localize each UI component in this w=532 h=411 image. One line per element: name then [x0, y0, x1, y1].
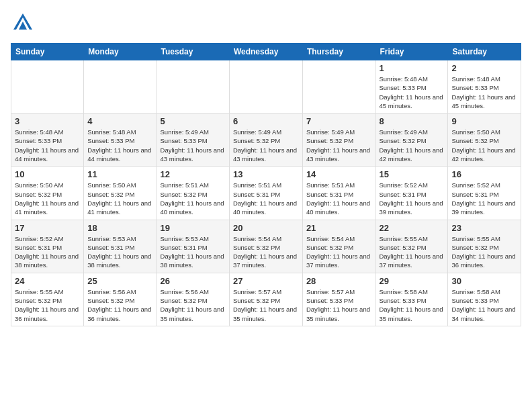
- day-info: Sunrise: 5:56 AM Sunset: 5:32 PM Dayligh…: [161, 287, 226, 323]
- week-row-5: 24Sunrise: 5:55 AM Sunset: 5:32 PM Dayli…: [11, 273, 521, 326]
- logo-icon: [11, 11, 35, 35]
- day-number: 1: [379, 63, 444, 73]
- day-number: 13: [233, 169, 299, 179]
- day-number: 26: [161, 276, 226, 286]
- day-info: Sunrise: 5:51 AM Sunset: 5:31 PM Dayligh…: [233, 181, 299, 216]
- day-cell: 10Sunrise: 5:50 AM Sunset: 5:32 PM Dayli…: [11, 167, 84, 220]
- day-info: Sunrise: 5:52 AM Sunset: 5:31 PM Dayligh…: [15, 234, 80, 270]
- day-info: Sunrise: 5:50 AM Sunset: 5:32 PM Dayligh…: [87, 181, 152, 216]
- day-info: Sunrise: 5:58 AM Sunset: 5:33 PM Dayligh…: [451, 287, 517, 323]
- page-header: [11, 11, 521, 35]
- day-cell: 9Sunrise: 5:50 AM Sunset: 5:32 PM Daylig…: [448, 113, 521, 167]
- day-number: 9: [451, 116, 517, 126]
- day-cell: 16Sunrise: 5:52 AM Sunset: 5:31 PM Dayli…: [448, 167, 521, 220]
- weekday-header-friday: Friday: [375, 44, 448, 60]
- day-number: 16: [451, 169, 517, 179]
- week-row-1: 1Sunrise: 5:48 AM Sunset: 5:33 PM Daylig…: [11, 60, 521, 113]
- day-cell: [157, 60, 229, 113]
- day-cell: 11Sunrise: 5:50 AM Sunset: 5:32 PM Dayli…: [84, 167, 157, 220]
- day-number: 4: [87, 116, 152, 126]
- week-row-4: 17Sunrise: 5:52 AM Sunset: 5:31 PM Dayli…: [11, 220, 521, 273]
- day-cell: 29Sunrise: 5:58 AM Sunset: 5:33 PM Dayli…: [375, 273, 448, 326]
- day-number: 27: [233, 276, 299, 286]
- day-number: 12: [161, 169, 226, 179]
- day-cell: [229, 60, 302, 113]
- day-cell: 27Sunrise: 5:57 AM Sunset: 5:32 PM Dayli…: [229, 273, 302, 326]
- day-cell: 15Sunrise: 5:52 AM Sunset: 5:31 PM Dayli…: [375, 167, 448, 220]
- day-info: Sunrise: 5:50 AM Sunset: 5:32 PM Dayligh…: [15, 181, 80, 216]
- day-info: Sunrise: 5:55 AM Sunset: 5:32 PM Dayligh…: [15, 287, 80, 323]
- weekday-header-tuesday: Tuesday: [157, 44, 229, 60]
- day-info: Sunrise: 5:58 AM Sunset: 5:33 PM Dayligh…: [379, 287, 444, 323]
- day-number: 15: [379, 169, 444, 179]
- day-cell: 24Sunrise: 5:55 AM Sunset: 5:32 PM Dayli…: [11, 273, 84, 326]
- weekday-header-sunday: Sunday: [11, 44, 84, 60]
- day-info: Sunrise: 5:49 AM Sunset: 5:32 PM Dayligh…: [379, 128, 444, 163]
- day-cell: 4Sunrise: 5:48 AM Sunset: 5:33 PM Daylig…: [84, 113, 157, 167]
- day-info: Sunrise: 5:54 AM Sunset: 5:32 PM Dayligh…: [233, 234, 299, 270]
- day-cell: 7Sunrise: 5:49 AM Sunset: 5:32 PM Daylig…: [302, 113, 375, 167]
- day-number: 19: [161, 223, 226, 233]
- day-number: 7: [306, 116, 372, 126]
- day-cell: 19Sunrise: 5:53 AM Sunset: 5:31 PM Dayli…: [157, 220, 229, 273]
- day-cell: 26Sunrise: 5:56 AM Sunset: 5:32 PM Dayli…: [157, 273, 229, 326]
- day-number: 23: [451, 223, 517, 233]
- day-info: Sunrise: 5:49 AM Sunset: 5:32 PM Dayligh…: [233, 128, 299, 163]
- day-info: Sunrise: 5:48 AM Sunset: 5:33 PM Dayligh…: [87, 128, 152, 163]
- day-number: 3: [15, 116, 80, 126]
- day-info: Sunrise: 5:53 AM Sunset: 5:31 PM Dayligh…: [87, 234, 152, 270]
- day-info: Sunrise: 5:51 AM Sunset: 5:31 PM Dayligh…: [306, 181, 372, 216]
- day-cell: 25Sunrise: 5:56 AM Sunset: 5:32 PM Dayli…: [84, 273, 157, 326]
- day-info: Sunrise: 5:53 AM Sunset: 5:31 PM Dayligh…: [161, 234, 226, 270]
- week-row-2: 3Sunrise: 5:48 AM Sunset: 5:33 PM Daylig…: [11, 113, 521, 167]
- day-info: Sunrise: 5:49 AM Sunset: 5:33 PM Dayligh…: [161, 128, 226, 163]
- weekday-row: SundayMondayTuesdayWednesdayThursdayFrid…: [11, 44, 521, 60]
- day-info: Sunrise: 5:52 AM Sunset: 5:31 PM Dayligh…: [451, 181, 517, 216]
- day-number: 22: [379, 223, 444, 233]
- day-cell: 30Sunrise: 5:58 AM Sunset: 5:33 PM Dayli…: [448, 273, 521, 326]
- day-cell: 5Sunrise: 5:49 AM Sunset: 5:33 PM Daylig…: [157, 113, 229, 167]
- week-row-3: 10Sunrise: 5:50 AM Sunset: 5:32 PM Dayli…: [11, 167, 521, 220]
- day-info: Sunrise: 5:52 AM Sunset: 5:31 PM Dayligh…: [379, 181, 444, 216]
- day-cell: 18Sunrise: 5:53 AM Sunset: 5:31 PM Dayli…: [84, 220, 157, 273]
- day-cell: 28Sunrise: 5:57 AM Sunset: 5:33 PM Dayli…: [302, 273, 375, 326]
- day-number: 24: [15, 276, 80, 286]
- day-cell: 2Sunrise: 5:48 AM Sunset: 5:33 PM Daylig…: [448, 60, 521, 113]
- calendar-body: 1Sunrise: 5:48 AM Sunset: 5:33 PM Daylig…: [11, 60, 521, 326]
- day-number: 21: [306, 223, 372, 233]
- day-cell: 20Sunrise: 5:54 AM Sunset: 5:32 PM Dayli…: [229, 220, 302, 273]
- day-info: Sunrise: 5:51 AM Sunset: 5:32 PM Dayligh…: [161, 181, 226, 216]
- day-number: 20: [233, 223, 299, 233]
- day-cell: 17Sunrise: 5:52 AM Sunset: 5:31 PM Dayli…: [11, 220, 84, 273]
- day-cell: 22Sunrise: 5:55 AM Sunset: 5:32 PM Dayli…: [375, 220, 448, 273]
- day-cell: 1Sunrise: 5:48 AM Sunset: 5:33 PM Daylig…: [375, 60, 448, 113]
- weekday-header-thursday: Thursday: [302, 44, 375, 60]
- day-info: Sunrise: 5:56 AM Sunset: 5:32 PM Dayligh…: [87, 287, 152, 323]
- day-info: Sunrise: 5:57 AM Sunset: 5:33 PM Dayligh…: [306, 287, 372, 323]
- day-number: 28: [306, 276, 372, 286]
- weekday-header-monday: Monday: [84, 44, 157, 60]
- day-info: Sunrise: 5:50 AM Sunset: 5:32 PM Dayligh…: [451, 128, 517, 163]
- day-number: 18: [87, 223, 152, 233]
- day-cell: 23Sunrise: 5:55 AM Sunset: 5:32 PM Dayli…: [448, 220, 521, 273]
- day-number: 25: [87, 276, 152, 286]
- day-number: 5: [161, 116, 226, 126]
- day-cell: 13Sunrise: 5:51 AM Sunset: 5:31 PM Dayli…: [229, 167, 302, 220]
- day-number: 29: [379, 276, 444, 286]
- day-number: 8: [379, 116, 444, 126]
- calendar-header: SundayMondayTuesdayWednesdayThursdayFrid…: [11, 44, 521, 60]
- day-cell: [11, 60, 84, 113]
- day-cell: 21Sunrise: 5:54 AM Sunset: 5:32 PM Dayli…: [302, 220, 375, 273]
- day-info: Sunrise: 5:48 AM Sunset: 5:33 PM Dayligh…: [379, 75, 444, 110]
- day-cell: 14Sunrise: 5:51 AM Sunset: 5:31 PM Dayli…: [302, 167, 375, 220]
- day-info: Sunrise: 5:57 AM Sunset: 5:32 PM Dayligh…: [233, 287, 299, 323]
- day-cell: 12Sunrise: 5:51 AM Sunset: 5:32 PM Dayli…: [157, 167, 229, 220]
- day-info: Sunrise: 5:48 AM Sunset: 5:33 PM Dayligh…: [15, 128, 80, 163]
- day-number: 10: [15, 169, 80, 179]
- day-cell: 3Sunrise: 5:48 AM Sunset: 5:33 PM Daylig…: [11, 113, 84, 167]
- weekday-header-wednesday: Wednesday: [229, 44, 302, 60]
- logo: [11, 11, 38, 35]
- day-info: Sunrise: 5:49 AM Sunset: 5:32 PM Dayligh…: [306, 128, 372, 163]
- day-info: Sunrise: 5:55 AM Sunset: 5:32 PM Dayligh…: [379, 234, 444, 270]
- day-number: 2: [451, 63, 517, 73]
